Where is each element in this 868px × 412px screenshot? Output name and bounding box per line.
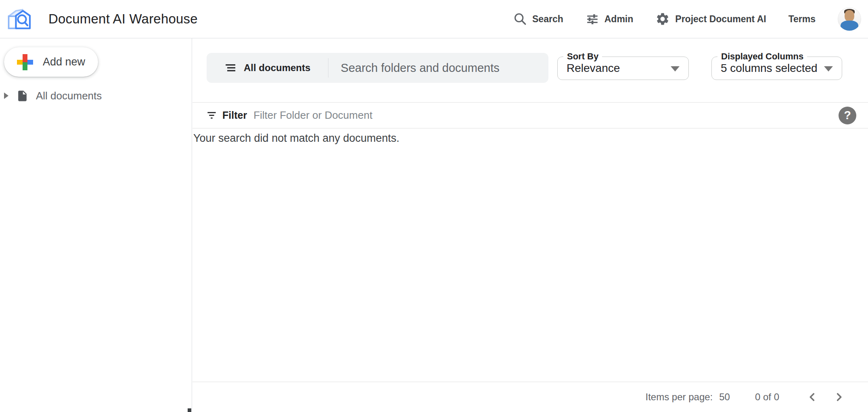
resize-handle-artifact (188, 408, 191, 412)
nav-admin-label: Admin (604, 14, 634, 25)
search-input[interactable] (341, 53, 548, 83)
items-per-page-label: Items per page: (645, 391, 713, 403)
displayed-columns-value: 5 columns selected (721, 62, 818, 75)
search-icon (513, 12, 527, 26)
scope-label: All documents (244, 62, 310, 74)
add-new-label: Add new (43, 56, 85, 68)
filter-icon (206, 110, 217, 121)
nav-project[interactable]: Project Document AI (655, 12, 766, 26)
chevron-left-icon (806, 391, 819, 404)
sidebar-item-all-documents[interactable]: All documents (0, 86, 192, 105)
pagination-bar: Items per page: 50 0 of 0 (192, 382, 868, 412)
sort-by-select[interactable]: Sort By Relevance (557, 57, 689, 80)
tune-icon (586, 12, 599, 26)
filter-label: Filter (222, 109, 247, 121)
search-bar: All documents (207, 53, 548, 83)
main-panel: All documents Sort By Relevance Displaye… (192, 38, 868, 412)
gear-icon (655, 12, 670, 26)
chevron-right-icon (832, 391, 845, 404)
add-new-button[interactable]: Add new (4, 47, 98, 77)
nav-admin[interactable]: Admin (586, 12, 634, 26)
avatar-shirt (841, 21, 858, 31)
filter-row: Filter ? (192, 102, 868, 128)
displayed-columns-label: Displayed Columns (717, 51, 807, 62)
empty-state-message: Your search did not match any documents. (193, 132, 868, 145)
filter-input[interactable] (253, 103, 839, 128)
chevron-down-icon (671, 66, 680, 71)
prev-page-button[interactable] (803, 387, 822, 407)
app-logo-icon[interactable] (6, 7, 32, 31)
nav-project-label: Project Document AI (675, 14, 766, 25)
document-icon (16, 90, 29, 102)
nav-terms[interactable]: Terms (789, 14, 816, 25)
app-header: Document AI Warehouse Search (0, 0, 868, 38)
next-page-button[interactable] (829, 387, 849, 407)
help-icon[interactable]: ? (839, 107, 856, 124)
page-title: Document AI Warehouse (48, 11, 198, 27)
sort-by-value: Relevance (567, 62, 620, 75)
nav-search[interactable]: Search (513, 12, 563, 26)
help-glyph: ? (844, 109, 851, 122)
caret-right-icon[interactable] (4, 92, 8, 99)
nav-terms-label: Terms (789, 14, 816, 25)
scope-selector-button[interactable]: All documents (207, 53, 310, 83)
chevron-down-icon (824, 66, 833, 71)
user-avatar[interactable] (838, 7, 861, 31)
sort-by-label: Sort By (563, 51, 602, 62)
page-size-value[interactable]: 50 (719, 391, 730, 403)
plus-icon (17, 54, 33, 70)
sidebar-item-label: All documents (36, 90, 102, 102)
avatar-face (845, 10, 854, 21)
toolbar: All documents Sort By Relevance Displaye… (192, 38, 868, 102)
nav-search-label: Search (532, 14, 563, 25)
sort-lines-icon (224, 62, 237, 74)
sidebar: Add new All documents (0, 38, 192, 412)
displayed-columns-select[interactable]: Displayed Columns 5 columns selected (711, 57, 842, 80)
searchbar-divider (328, 58, 328, 78)
top-navigation: Search Admin Project Document (513, 7, 868, 31)
page-range-label: 0 of 0 (755, 391, 779, 403)
